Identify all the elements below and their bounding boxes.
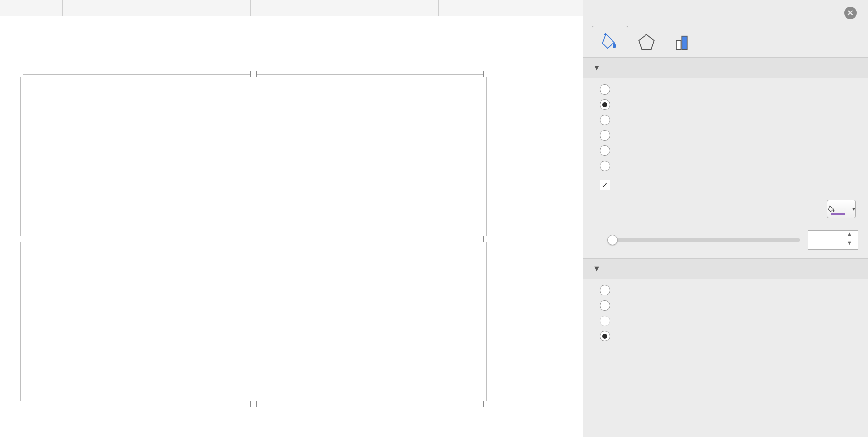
radio-icon [600,300,610,311]
svg-rect-2 [676,40,681,49]
transparency-spinner[interactable]: ▲▼ [808,230,858,250]
radio-pattern-fill[interactable] [600,145,858,156]
fill-section-body: ✓ ▾ ▲▼ [583,78,868,258]
bar-chart-icon [673,32,693,52]
resize-handle[interactable] [483,71,490,77]
close-icon: ✕ [847,8,854,18]
radio-icon [600,130,610,141]
resize-handle[interactable] [250,401,257,407]
transparency-slider[interactable] [607,238,800,242]
svg-marker-1 [639,34,654,50]
format-pane: ✕ ▼ [583,0,868,437]
radio-gradient-line [600,316,858,326]
col-head-e[interactable] [63,0,125,16]
radio-picture-fill[interactable] [600,130,858,141]
chart-plot-area[interactable] [21,83,486,351]
col-head-k[interactable] [439,0,501,16]
tab-size[interactable] [665,26,701,57]
col-head-h[interactable] [251,0,313,16]
col-head-l[interactable] [501,0,564,16]
radio-no-fill[interactable] [600,84,858,95]
resize-handle[interactable] [17,71,23,77]
resize-handle[interactable] [250,71,257,77]
step-up-button[interactable]: ▲ [842,231,857,240]
vary-colors-checkbox[interactable]: ✓ [600,180,858,190]
col-head-d[interactable] [0,0,63,16]
col-head-f[interactable] [125,0,188,16]
radio-no-line[interactable] [600,285,858,295]
slider-thumb[interactable] [607,235,618,245]
tab-fill[interactable] [592,26,628,57]
step-down-button[interactable]: ▼ [842,240,857,249]
close-pane-button[interactable]: ✕ [844,7,857,19]
transparency-input[interactable] [808,234,842,246]
border-section-header[interactable]: ▼ [583,258,868,279]
radio-solid-fill[interactable] [600,99,858,110]
column-headers [0,0,583,16]
radio-automatic-fill[interactable] [600,161,858,171]
pentagon-icon [636,32,657,52]
radio-icon [600,161,610,171]
fill-section-header[interactable]: ▼ [583,57,868,78]
radio-gradient-fill[interactable] [600,115,858,125]
pane-tabs [583,26,868,57]
radio-solid-line[interactable] [600,300,858,311]
svg-rect-3 [682,36,687,49]
radio-icon [600,115,610,125]
color-swatch [831,213,845,215]
collapse-icon: ▼ [593,264,601,273]
col-head-g[interactable] [188,0,251,16]
chart-object[interactable] [20,74,487,404]
checkbox-icon: ✓ [600,180,610,190]
radio-icon [600,285,610,295]
radio-icon [600,84,610,95]
collapse-icon: ▼ [593,64,601,72]
resize-handle[interactable] [17,401,23,407]
radio-icon [600,99,610,110]
chevron-down-icon: ▾ [852,206,855,212]
pie-chart[interactable] [67,131,440,313]
paint-bucket-icon [600,32,620,52]
col-head-i[interactable] [313,0,376,16]
tab-effects[interactable] [628,26,665,57]
radio-icon [600,316,610,326]
border-section-body [583,279,868,350]
chart-legend[interactable] [21,351,486,363]
radio-icon [600,145,610,156]
radio-icon [600,331,610,341]
col-head-j[interactable] [376,0,439,16]
resize-handle[interactable] [483,401,490,407]
radio-automatic-line[interactable] [600,331,858,341]
fill-color-picker[interactable]: ▾ [827,200,856,218]
